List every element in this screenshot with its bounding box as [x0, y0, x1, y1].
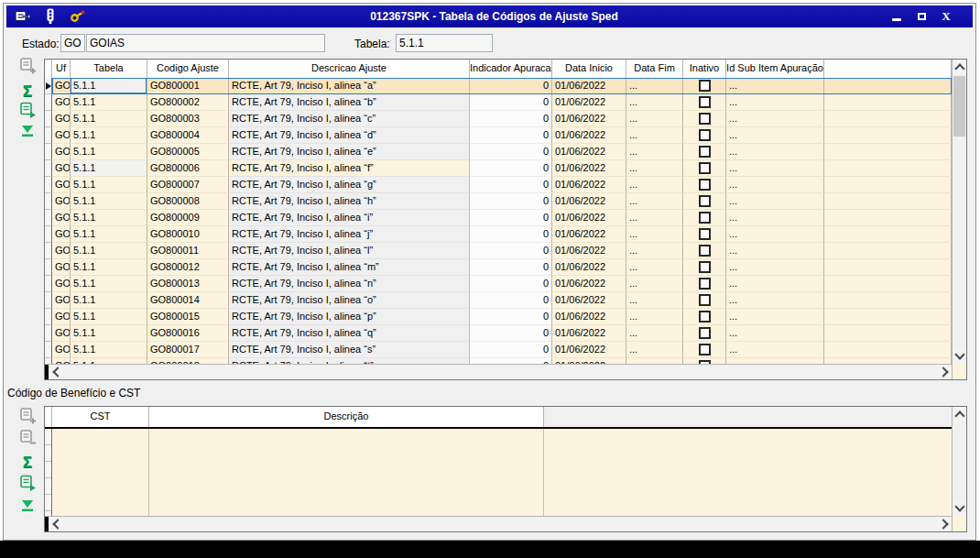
cell-tabela[interactable]: 5.1.1: [71, 309, 147, 325]
cell-inativo[interactable]: [683, 210, 726, 226]
table-row[interactable]: GO5.1.1GO800006RCTE, Art 79, Inciso I, a…: [45, 160, 952, 177]
cell-data_inicio[interactable]: 01/06/2022: [552, 177, 626, 193]
cell-codigo[interactable]: GO800005: [147, 144, 229, 160]
cell-data_inicio[interactable]: 01/06/2022: [552, 243, 626, 259]
cell-uf[interactable]: GO: [52, 177, 71, 193]
table-row[interactable]: GO5.1.1GO800017RCTE, Art 79, Inciso I, a…: [45, 342, 952, 358]
cell-indicador[interactable]: 0: [470, 94, 552, 111]
table-row[interactable]: GO5.1.1GO800010RCTE, Art 79, Inciso I, a…: [45, 226, 952, 243]
table-row[interactable]: GO5.1.1GO800004RCTE, Art 79, Inciso I, a…: [45, 127, 952, 144]
table-row[interactable]: GO5.1.1GO800005RCTE, Art 79, Inciso I, a…: [45, 144, 952, 160]
cell-descricao[interactable]: RCTE, Art 79, Inciso I, alinea “i”: [229, 210, 470, 226]
cell-id_sub[interactable]: ...: [726, 127, 824, 144]
cell-uf[interactable]: GO: [52, 226, 71, 243]
cell-data_inicio[interactable]: 01/06/2022: [552, 276, 626, 292]
cell-tabela[interactable]: 5.1.1: [71, 210, 147, 226]
cell-codigo[interactable]: GO800003: [147, 111, 229, 127]
cell-inativo[interactable]: [683, 78, 726, 94]
vertical-scrollbar[interactable]: [952, 407, 966, 516]
cell-inativo[interactable]: [683, 292, 726, 309]
cell-indicador[interactable]: 0: [470, 309, 552, 325]
cell-codigo[interactable]: GO800014: [147, 292, 229, 309]
export-button[interactable]: [16, 101, 39, 122]
cell-uf[interactable]: GO: [52, 127, 71, 144]
inativo-checkbox[interactable]: [699, 327, 711, 339]
cell-uf[interactable]: GO: [52, 111, 71, 127]
cell-id_sub[interactable]: ...: [726, 193, 824, 210]
cell-inativo[interactable]: [683, 309, 726, 325]
cell-id_sub[interactable]: ...: [726, 94, 824, 111]
cst-add-record-button[interactable]: [16, 407, 39, 428]
cell-uf[interactable]: GO: [52, 144, 71, 160]
cell-inativo[interactable]: [683, 243, 726, 259]
cell-data_fim[interactable]: ...: [626, 94, 683, 111]
scroll-right-button[interactable]: [937, 365, 952, 379]
cell-filler[interactable]: [824, 177, 952, 193]
cell-id_sub[interactable]: ...: [726, 210, 824, 226]
cell-filler[interactable]: [824, 309, 952, 325]
cell-id_sub[interactable]: ...: [726, 160, 824, 177]
table-row[interactable]: GO5.1.1GO800003RCTE, Art 79, Inciso I, a…: [45, 111, 952, 127]
cst-go-last-button[interactable]: [16, 497, 39, 518]
col-header-inativo[interactable]: Inativo: [683, 60, 726, 78]
scroll-left-button[interactable]: [49, 365, 63, 379]
cell-data_fim[interactable]: ...: [626, 226, 683, 243]
cell-inativo[interactable]: [683, 127, 726, 144]
cell-indicador[interactable]: 0: [470, 160, 552, 177]
cell-id_sub[interactable]: ...: [726, 342, 824, 358]
cell-codigo[interactable]: GO800008: [147, 193, 229, 210]
cell-data_fim[interactable]: ...: [626, 111, 683, 127]
cell-indicador[interactable]: 0: [470, 193, 552, 210]
go-last-button[interactable]: [16, 122, 39, 143]
cell-inativo[interactable]: [683, 325, 726, 342]
cell-data_inicio[interactable]: 01/06/2022: [552, 78, 626, 94]
cell-inativo[interactable]: [683, 276, 726, 292]
scroll-left-button[interactable]: [49, 517, 63, 531]
inativo-checkbox[interactable]: [699, 278, 711, 290]
cst-delete-record-button[interactable]: [16, 429, 39, 450]
cell-inativo[interactable]: [683, 144, 726, 160]
cell-tabela[interactable]: 5.1.1: [71, 292, 147, 309]
cst-export-button[interactable]: [16, 474, 39, 495]
cell-tabela[interactable]: 5.1.1: [71, 243, 147, 259]
cell-indicador[interactable]: 0: [470, 177, 552, 193]
col-header-indicador[interactable]: Indicador Apuracao: [470, 60, 552, 78]
cell-uf[interactable]: GO: [52, 276, 71, 292]
cell-filler[interactable]: [824, 210, 952, 226]
cell-indicador[interactable]: 0: [470, 292, 552, 309]
cell-data_fim[interactable]: ...: [626, 78, 683, 94]
cell-descricao[interactable]: RCTE, Art 79, Inciso I, alinea “l”: [229, 243, 470, 259]
cell-data_inicio[interactable]: 01/06/2022: [552, 292, 626, 309]
cell-data_fim[interactable]: ...: [626, 309, 683, 325]
cell-data_fim[interactable]: ...: [626, 259, 683, 276]
cell-tabela[interactable]: 5.1.1: [71, 78, 147, 94]
cell-descricao[interactable]: RCTE, Art 79, Inciso I, alinea “c”: [229, 111, 470, 127]
cell-indicador[interactable]: 0: [470, 78, 552, 94]
scroll-up-button[interactable]: [953, 407, 966, 421]
cell-id_sub[interactable]: ...: [726, 325, 824, 342]
cell-id_sub[interactable]: ...: [726, 259, 824, 276]
cell-filler[interactable]: [824, 342, 952, 358]
cell-inativo[interactable]: [683, 342, 726, 358]
cell-uf[interactable]: GO: [52, 342, 71, 358]
cell-indicador[interactable]: 0: [470, 325, 552, 342]
inativo-checkbox[interactable]: [699, 146, 711, 158]
cell-data_inicio[interactable]: 01/06/2022: [552, 226, 626, 243]
cell-uf[interactable]: GO: [52, 94, 71, 111]
cell-data_inicio[interactable]: 01/06/2022: [552, 94, 626, 111]
cell-codigo[interactable]: GO800009: [147, 210, 229, 226]
cell-indicador[interactable]: 0: [470, 127, 552, 144]
cell-descricao[interactable]: RCTE, Art 79, Inciso I, alinea “s”: [229, 342, 470, 358]
cell-inativo[interactable]: [683, 160, 726, 177]
cell-descricao[interactable]: RCTE, Art 79, Inciso I, alinea “j”: [229, 226, 470, 243]
cell-data_fim[interactable]: ...: [626, 325, 683, 342]
cell-tabela[interactable]: 5.1.1: [71, 144, 147, 160]
cell-uf[interactable]: GO: [52, 78, 71, 94]
cell-id_sub[interactable]: ...: [726, 309, 824, 325]
cell-data_inicio[interactable]: 01/06/2022: [552, 210, 626, 226]
inativo-checkbox[interactable]: [699, 179, 711, 191]
cell-tabela[interactable]: 5.1.1: [71, 342, 147, 358]
cell-filler[interactable]: [824, 292, 952, 309]
cell-filler[interactable]: [824, 144, 952, 160]
cell-descricao[interactable]: RCTE, Art 79, Inciso I, alinea “a”: [229, 78, 470, 94]
